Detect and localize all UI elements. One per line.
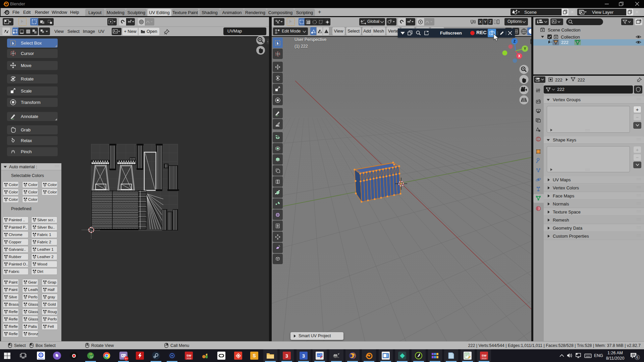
svg-text:Y: Y: [524, 47, 526, 51]
svg-text:X: X: [518, 54, 521, 58]
svg-text:Z: Z: [514, 40, 516, 43]
svg-text:17: 17: [90, 356, 93, 358]
svg-text:19: 19: [89, 353, 92, 355]
svg-text:6: 6: [636, 355, 638, 359]
